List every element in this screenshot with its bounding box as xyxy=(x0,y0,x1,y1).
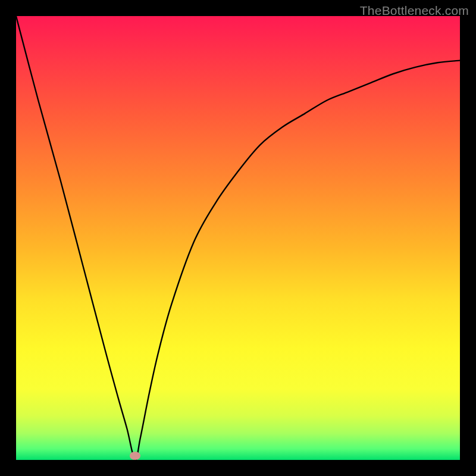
bottleneck-curve xyxy=(16,16,460,460)
plot-area xyxy=(16,16,460,460)
optimum-marker xyxy=(130,452,140,460)
chart-frame: TheBottleneck.com xyxy=(0,0,476,476)
curve-svg xyxy=(16,16,460,460)
watermark-text: TheBottleneck.com xyxy=(360,4,469,18)
